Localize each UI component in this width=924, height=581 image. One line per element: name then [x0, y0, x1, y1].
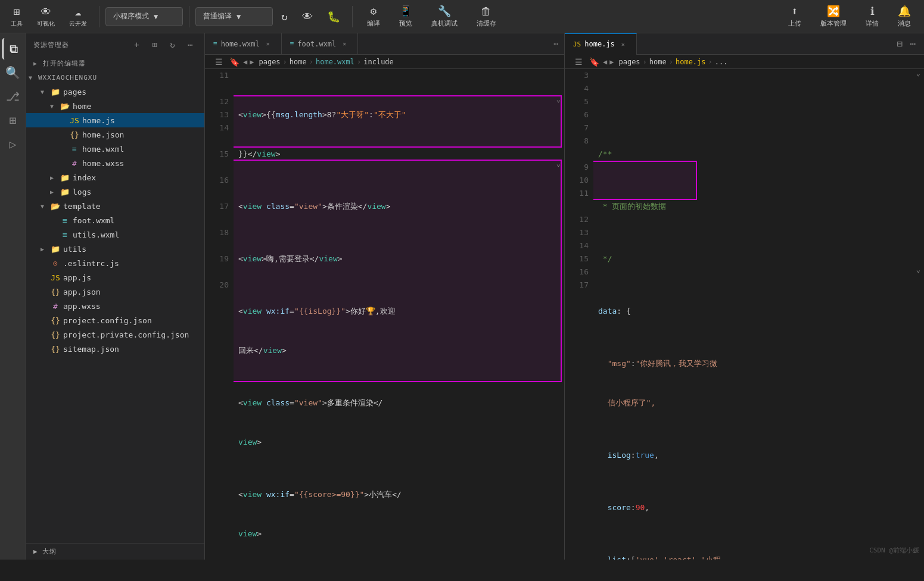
debug-btn-label: 真机调试 [431, 19, 458, 28]
activity-files[interactable]: ⧉ [2, 38, 24, 60]
refresh-icon: ↻ [281, 10, 288, 23]
sidebar-item-home[interactable]: ▼ 📂 home [26, 99, 204, 113]
visual-icon: 👁 [41, 5, 51, 18]
separator-2 [189, 6, 189, 27]
sidebar-item-home-wxss[interactable]: # home.wxss [26, 156, 204, 170]
json-file-icon-3: {} [50, 316, 61, 325]
preview-btn[interactable]: 📱 预览 [391, 2, 421, 30]
mode-dropdown[interactable]: 小程序模式 ▼ [105, 7, 183, 26]
sidebar-item-foot-wxml[interactable]: ≡ foot.wxml [26, 213, 204, 227]
tab-more-btn[interactable]: ⋯ [547, 39, 564, 48]
sidebar-item-eslint[interactable]: ⊙ .eslintrc.js [26, 256, 204, 270]
json-file-icon-2: {} [50, 288, 61, 296]
compile-dropdown[interactable]: 普通编译 ▼ [195, 7, 273, 26]
debug-btn[interactable]: 🔧 真机调试 [423, 2, 466, 30]
collapse-arrow-js-2[interactable]: ⌄ [916, 265, 920, 274]
git-icon: ⎇ [6, 89, 20, 104]
sidebar-item-home-js[interactable]: JS home.js [26, 113, 204, 127]
arrow-icon: ▼ [50, 103, 60, 110]
toolbar-visual-btn[interactable]: 👁 可视化 [31, 3, 61, 30]
collapse-arrow-2[interactable]: ⌄ [556, 160, 561, 168]
sidebar-item-template[interactable]: ▼ 📂 template [26, 199, 204, 213]
sidebar-item-projectprivate[interactable]: {} project.private.config.json [26, 327, 204, 342]
tab-close-foot-wxml[interactable]: ✕ [340, 39, 349, 49]
sidebar-item-utils-wxml[interactable]: ≡ utils.wxml [26, 227, 204, 242]
left-breadcrumb: ☰ 🔖 ◀ ▶ pages › home › home.wxml › inclu… [205, 55, 564, 69]
arrow-icon: ▼ [29, 74, 38, 81]
sidebar-item-pages[interactable]: ▼ 📁 pages [26, 85, 204, 99]
activity-bar: ⧉ 🔍 ⎇ ⊞ ▷ [0, 33, 26, 560]
clear-icon: 🗑 [481, 5, 491, 17]
detail-btn[interactable]: ℹ 详情 [857, 2, 887, 30]
refresh-explorer-btn[interactable]: ↻ [166, 38, 179, 51]
right-breadcrumb-arrow-right[interactable]: ▶ [609, 58, 614, 66]
sidebar-item-open-editors[interactable]: ▶ 打开的编辑器 [26, 56, 204, 70]
sidebar-item-project[interactable]: ▼ WXXIAOCHENGXU [26, 70, 204, 85]
new-folder-btn[interactable]: ⊞ [148, 38, 161, 51]
sidebar-item-appwxss[interactable]: # app.wxss [26, 299, 204, 313]
new-file-btn[interactable]: + [130, 38, 144, 51]
breadcrumb-arrow-left[interactable]: ◀ [243, 58, 247, 66]
compile-btn[interactable]: ⚙ 编译 [359, 2, 388, 30]
split-editor-btn[interactable]: ⊟ [893, 38, 906, 51]
toolbar-cloud-btn[interactable]: ☁ 云开发 [63, 3, 93, 30]
collapse-all-btn[interactable]: ⋯ [184, 38, 197, 51]
tab-foot-wxml[interactable]: ≡ foot.wxml ✕ [282, 33, 359, 55]
eye-btn[interactable]: 👁 [296, 8, 319, 25]
debug-icon: 🔧 [438, 5, 451, 17]
sidebar-item-logs[interactable]: ▶ 📁 logs [26, 185, 204, 199]
json-file-icon: {} [69, 130, 80, 139]
right-list-icon[interactable]: ☰ [572, 55, 585, 68]
arrow-icon: ▼ [41, 203, 50, 210]
sidebar-item-appjson[interactable]: {} app.json [26, 285, 204, 299]
version-btn[interactable]: 🔀 版本管理 [812, 2, 855, 30]
code-container-left: 11 12 13 14 15 16 17 18 [205, 69, 564, 560]
right-breadcrumb: ☰ 🔖 ◀ ▶ pages › home › home.js › ... [565, 55, 924, 69]
outline-section[interactable]: ▶ 大纲 [26, 543, 204, 560]
activity-extensions[interactable]: ⊞ [2, 110, 24, 131]
sidebar-item-sitemap[interactable]: {} sitemap.json [26, 342, 204, 356]
sidebar-actions: + ⊞ ↻ ⋯ [130, 38, 197, 51]
list-icon[interactable]: ☰ [212, 55, 225, 68]
activity-debug[interactable]: ▷ [2, 133, 24, 155]
code-lines-left: <view>{{msg.length>8?"大于呀":"不大于" }}</vie… [234, 69, 564, 560]
sidebar-label-eslint: .eslintrc.js [63, 259, 204, 268]
right-bookmark-icon[interactable]: 🔖 [587, 55, 601, 68]
more-options-btn[interactable]: ⋯ [906, 38, 919, 51]
right-breadcrumb-arrow-left[interactable]: ◀ [603, 58, 607, 66]
refresh-btn[interactable]: ↻ [275, 8, 294, 25]
sidebar: 资源管理器 + ⊞ ↻ ⋯ ▶ 打开的编辑器 ▼ WXXIAOCHENGXU ▼ [26, 33, 205, 560]
tab-home-js[interactable]: JS home.js ✕ [565, 33, 637, 55]
sidebar-item-projectconfig[interactable]: {} project.config.json [26, 313, 204, 327]
sidebar-label-appjs: app.js [63, 273, 204, 282]
activity-search[interactable]: 🔍 [2, 62, 24, 83]
activity-git[interactable]: ⎇ [2, 86, 24, 107]
sidebar-item-utils[interactable]: ▶ 📁 utils [26, 242, 204, 256]
collapse-arrow-js-1[interactable]: ⌄ [916, 69, 920, 77]
js-tab-icon: JS [573, 40, 581, 48]
wxml-tab-icon-2: ≡ [290, 40, 294, 48]
toolbar-project-btn[interactable]: ⊞ 工具 [5, 3, 29, 30]
collapse-arrow-1[interactable]: ⌄ [556, 95, 561, 104]
message-btn[interactable]: 🔔 消息 [889, 2, 919, 30]
tab-label-home-js: home.js [584, 40, 615, 48]
tab-close-home-wxml[interactable]: ✕ [263, 39, 273, 49]
tab-home-wxml[interactable]: ≡ home.wxml ✕ [205, 33, 282, 55]
sidebar-item-home-json[interactable]: {} home.json [26, 127, 204, 142]
clear-btn[interactable]: 🗑 清缓存 [468, 2, 505, 30]
sidebar-label-utils: utils [63, 245, 204, 254]
bookmark-icon[interactable]: 🔖 [228, 55, 241, 68]
line-numbers-right: 3 4 5 6 7 8 9 10 11 12 13 [565, 69, 593, 560]
toolbar-visual-label: 可视化 [37, 20, 55, 28]
right-editor-content[interactable]: ⌄ ⌄ 3 4 5 6 7 8 9 10 11 [565, 69, 924, 560]
tab-close-home-js[interactable]: ✕ [618, 39, 628, 49]
debug-icon-btn[interactable]: 🐛 [321, 8, 346, 25]
upload-btn[interactable]: ⬆ 上传 [780, 2, 810, 30]
sidebar-item-appjs[interactable]: JS app.js [26, 270, 204, 285]
breadcrumb-arrow-right[interactable]: ▶ [250, 58, 254, 66]
code-container-right: 3 4 5 6 7 8 9 10 11 12 13 [565, 69, 924, 560]
js-file-icon: JS [69, 116, 80, 125]
left-editor-content[interactable]: ⌄ ⌄ 11 12 13 14 15 16 [205, 69, 564, 560]
sidebar-item-home-wxml[interactable]: ≡ home.wxml [26, 142, 204, 156]
sidebar-item-index[interactable]: ▶ 📁 index [26, 170, 204, 185]
